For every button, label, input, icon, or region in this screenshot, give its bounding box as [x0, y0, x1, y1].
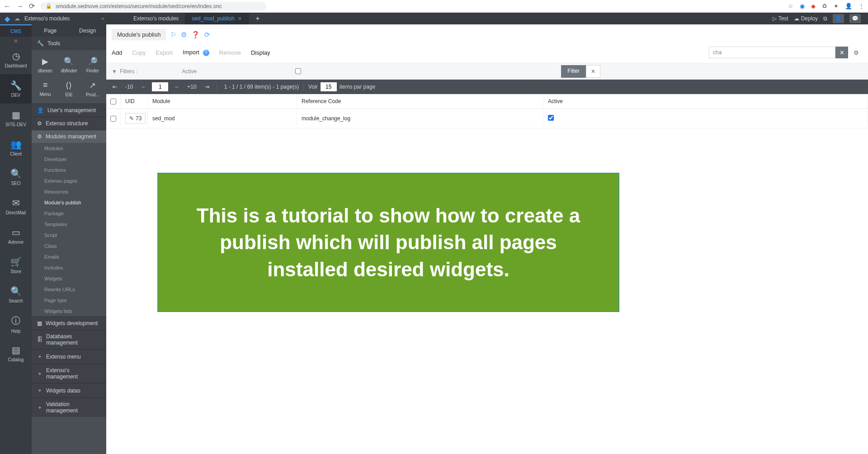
tool-dbexec[interactable]: ▶dbexec [33, 53, 57, 77]
section-widgets-dev[interactable]: ▦Widgets development [32, 317, 106, 330]
external-icon[interactable]: ⧉ [823, 15, 827, 22]
star-icon[interactable]: ☆ [788, 3, 793, 9]
rail-cms-tab[interactable]: CMS [0, 24, 32, 37]
sub-package[interactable]: Package [32, 208, 106, 219]
tool-prod[interactable]: ↗Prod... [81, 77, 104, 101]
header-ref[interactable]: Reference Code [297, 94, 543, 109]
sub-developer[interactable]: Developer [32, 154, 106, 165]
sub-extenso-pages[interactable]: Extenso pages [32, 175, 106, 186]
menu-icon[interactable]: ⋮ [859, 3, 864, 9]
help-icon[interactable]: ❓ [191, 31, 200, 39]
add-button[interactable]: Add [112, 49, 122, 56]
section-extenso-menu[interactable]: ＋Extenso menu [32, 349, 106, 364]
rail-seo[interactable]: 🔍SEO [0, 162, 32, 192]
tool-menu[interactable]: ≡Menu [33, 77, 57, 101]
sub-includes[interactable]: Includes [32, 262, 106, 273]
pager-page-input[interactable] [152, 82, 168, 91]
sub-script[interactable]: Script [32, 230, 106, 241]
deploy-button[interactable]: ☁ Deploy [794, 15, 818, 22]
forward-icon[interactable]: → [16, 2, 24, 10]
rail-directmail[interactable]: ✉DirectMail [0, 192, 32, 221]
chat-icon[interactable]: 💬 [849, 14, 861, 23]
rail-search[interactable]: 🔍Search [0, 280, 32, 309]
profile-icon[interactable]: 👤 [845, 3, 852, 9]
refresh-icon[interactable]: ⟳ [204, 31, 210, 39]
test-button[interactable]: ▷ Test [773, 15, 788, 22]
pager-prev-icon[interactable]: ← [138, 84, 149, 90]
rail-help[interactable]: ⓘHelp [0, 309, 32, 339]
section-extenso-structure[interactable]: ⚙Extenso structure [32, 117, 106, 130]
section-users-management[interactable]: 👤User's management [32, 104, 106, 117]
sub-widgets[interactable]: Widgets [32, 273, 106, 284]
section-validation[interactable]: ＋Validation management [32, 397, 106, 417]
row-checkbox[interactable] [110, 116, 116, 122]
tool-ide[interactable]: ⟨⟩IDE [57, 77, 80, 101]
tab-design[interactable]: Design [69, 24, 107, 37]
export-button[interactable]: Export [156, 49, 173, 56]
tab-sed-mod-publish[interactable]: sed_mod_publish ✕ [185, 13, 249, 24]
rail-client[interactable]: 👥Client [0, 133, 32, 162]
rail-dashboard[interactable]: ◷Dashboard [0, 45, 32, 74]
filter-active-checkbox[interactable] [295, 68, 301, 74]
tab-page[interactable]: Page [32, 24, 69, 37]
url-bar[interactable]: 🔒 smodule.sednove.com/extenso/secure/mod… [40, 2, 266, 11]
ext-icon-1[interactable]: ◉ [800, 3, 805, 9]
copy-button[interactable]: Copy [132, 49, 146, 56]
search-settings-icon[interactable]: ⚙ [850, 47, 863, 58]
rail-dev[interactable]: 🔧DEV [0, 74, 32, 104]
ext-icon-4[interactable]: ✦ [834, 3, 839, 9]
collapse-icon[interactable]: « [101, 15, 104, 22]
sub-functions[interactable]: Functions [32, 165, 106, 175]
import-help-icon[interactable]: ? [203, 50, 209, 56]
ext-icon-3[interactable]: ♻ [822, 3, 827, 9]
sub-modules[interactable]: Modules [32, 143, 106, 154]
pager-m10[interactable]: -10 [123, 84, 136, 90]
section-widgets-datas[interactable]: ＋Widgets datas [32, 383, 106, 397]
sub-resources[interactable]: Resources [32, 186, 106, 197]
user-icon[interactable]: 👤 [833, 14, 844, 23]
sub-page-type[interactable]: Page type [32, 295, 106, 306]
sub-class[interactable]: Class [32, 241, 106, 251]
rail-catalog[interactable]: ▤Catalog [0, 339, 32, 368]
filter-clear-button[interactable]: ✕ [586, 65, 600, 78]
sub-widgets-lists[interactable]: Widgets lists [32, 306, 106, 317]
sub-templates[interactable]: Templates [32, 219, 106, 230]
pager-p10[interactable]: +10 [184, 84, 199, 90]
sub-emails[interactable]: Emails [32, 251, 106, 262]
back-icon[interactable]: ← [4, 2, 11, 10]
header-module[interactable]: Module [148, 94, 297, 109]
tool-finder[interactable]: 🔎Finder [81, 53, 104, 77]
remove-button[interactable]: Remove [219, 49, 241, 56]
tab-extensos-modules[interactable]: Extenso's modules [127, 13, 185, 24]
row-active-checkbox[interactable] [548, 115, 554, 121]
header-uid[interactable]: UID [121, 94, 148, 109]
clear-search-button[interactable]: ✕ [835, 47, 848, 58]
sub-rewrite-urls[interactable]: Rewrite URLs [32, 284, 106, 295]
ext-icon-2[interactable]: ◆ [811, 3, 816, 9]
section-databases[interactable]: 🗄Databases management [32, 330, 106, 349]
search-input[interactable] [709, 47, 835, 58]
close-icon[interactable]: ✕ [238, 16, 242, 22]
section-extenso-mgmt[interactable]: ＋Extenso's management [32, 364, 106, 383]
display-button[interactable]: Display [251, 49, 270, 56]
section-modules-management[interactable]: ⚙Modules managment [32, 130, 106, 143]
rail-store[interactable]: 🛒Store [0, 251, 32, 280]
tab-add[interactable]: ✦ [249, 13, 267, 24]
pager-first-icon[interactable]: ⇤ [110, 84, 120, 90]
gear-icon[interactable]: ⚙ [181, 31, 187, 39]
rail-site-dev[interactable]: ▦SITE-DEV [0, 104, 32, 133]
pager-next-icon[interactable]: → [171, 84, 182, 90]
edit-row-button[interactable]: ✎73 [125, 113, 146, 124]
pager-last-icon[interactable]: ⇥ [202, 84, 212, 90]
reload-icon[interactable]: ⟳ [29, 2, 35, 10]
filter-button[interactable]: Filter [561, 65, 586, 78]
cms-tab[interactable]: CMS [0, 24, 32, 37]
pager-per-input[interactable] [321, 82, 337, 91]
sub-modules-publish[interactable]: Module's publish [32, 197, 106, 208]
header-active[interactable]: Active [543, 94, 868, 109]
rail-adnove[interactable]: ▭Adnove [0, 221, 32, 251]
select-all-checkbox[interactable] [110, 99, 116, 104]
import-button[interactable]: Import ? [183, 49, 209, 56]
bookmark-icon[interactable]: ⚐ [170, 31, 176, 39]
rail-menu-icon[interactable]: ≡ [0, 37, 32, 45]
